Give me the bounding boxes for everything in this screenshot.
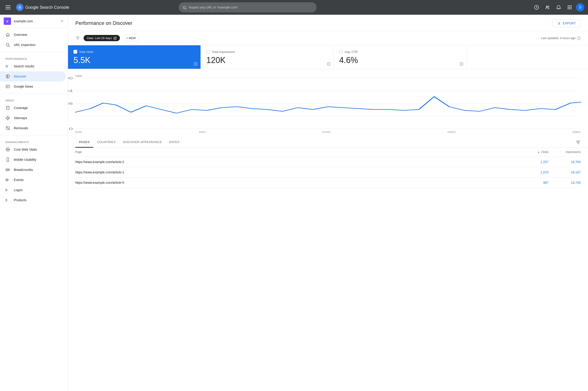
page-header: Performance on Discover EXPORT (68, 15, 588, 31)
sidebar-item-core-web-vitals[interactable]: Core Web Vitals (0, 144, 66, 155)
news-icon (5, 84, 10, 89)
sidebar-item-url-inspection[interactable]: URL inspection (0, 40, 66, 50)
apps-button[interactable] (565, 3, 574, 12)
performance-section-label: Performance (0, 54, 68, 61)
date-filter-label: Date: Last 28 days (87, 36, 112, 40)
table-row[interactable]: https://www.example.com/article-2 1,257 … (75, 157, 581, 167)
svg-rect-16 (571, 8, 572, 9)
metric-card-avg-ctr[interactable]: Avg. CTR 4.6% ? (334, 45, 466, 69)
svg-line-36 (6, 126, 9, 129)
sidebar-item-coverage[interactable]: Coverage (0, 103, 66, 113)
sidebar-item-sitemaps-label: Sitemaps (14, 116, 27, 120)
vitals-icon (5, 147, 10, 152)
chart-y-label: Clicks (75, 75, 581, 77)
svg-rect-8 (568, 5, 569, 6)
metric-label-ctr: Avg. CTR (345, 50, 358, 54)
cell-impressions-1: 18,763 (548, 160, 581, 164)
tab-dates[interactable]: DATES (166, 137, 183, 148)
last-updated: Last updated: 4 hours ago ? (541, 36, 581, 40)
svg-line-3 (185, 8, 186, 9)
sidebar-item-discover-label: Discover (14, 75, 26, 78)
cell-page-2: https://www.example.com/article-1 (75, 170, 516, 174)
help-button[interactable]: ? (532, 3, 541, 12)
sidebar-item-url-inspection-label: URL inspection (14, 43, 35, 47)
metric-help-clicks[interactable]: ? (194, 62, 198, 66)
search-input[interactable] (189, 5, 313, 9)
page-title: Performance on Discover (75, 20, 132, 26)
app-name: Google Search Console (25, 5, 69, 10)
last-updated-text: Last updated: 4 hours ago (541, 36, 576, 40)
new-filter-button[interactable]: + NEW (123, 35, 139, 41)
search-icon (182, 5, 187, 10)
sidebar-item-events[interactable]: Events (0, 175, 66, 185)
export-button[interactable]: EXPORT (552, 19, 581, 27)
breadcrumbs-icon (5, 167, 10, 172)
sidebar-item-discover[interactable]: Discover (0, 71, 66, 82)
svg-rect-9 (569, 5, 570, 6)
sidebar-item-breadcrumbs[interactable]: Breadcrumbs (0, 165, 66, 175)
sidebar-item-search-results[interactable]: G Search results (0, 61, 66, 71)
col-impressions-header: Impressions (548, 150, 581, 154)
people-button[interactable] (543, 3, 552, 12)
metric-checkbox-ctr (339, 50, 343, 54)
metric-card-total-impressions[interactable]: Total impressions 120K ? (201, 45, 333, 69)
url-search-bar[interactable] (179, 2, 317, 12)
metric-card-total-clicks[interactable]: Total clicks 5.5K ? (68, 45, 201, 69)
sidebar-item-logos-label: Logos (14, 188, 22, 192)
metric-help-ctr[interactable]: ? (459, 62, 463, 66)
sidebar-item-overview[interactable]: Overview (0, 30, 66, 40)
tab-countries[interactable]: COUNTRIES (93, 137, 119, 148)
svg-text:166: 166 (68, 102, 73, 105)
sitemaps-icon (5, 116, 10, 120)
tab-pages[interactable]: PAGES (75, 137, 93, 148)
chart-x-label-2: 2/6/21 (199, 131, 206, 133)
sort-down-icon (537, 150, 540, 154)
svg-rect-30 (8, 117, 10, 118)
export-label: EXPORT (563, 21, 576, 25)
table-row[interactable]: https://www.example.com/article-1 1,070 … (75, 167, 581, 178)
sidebar-item-core-web-vitals-label: Core Web Vitals (14, 148, 37, 151)
index-section-label: Index (0, 96, 68, 103)
sidebar-item-sitemaps[interactable]: Sitemaps (0, 113, 66, 123)
metrics-row: Total clicks 5.5K ? Total impressions 12… (68, 45, 588, 69)
sidebar-item-products[interactable]: Products (0, 195, 66, 205)
table-row[interactable]: https://www.example.com/article-5 987 13… (75, 178, 581, 188)
col-clicks-header: Clicks (516, 150, 548, 154)
sidebar-item-google-news[interactable]: Google News (0, 82, 66, 92)
notifications-button[interactable] (554, 3, 563, 12)
sidebar-item-logos[interactable]: Logos (0, 185, 66, 195)
logos-icon (5, 188, 10, 192)
svg-text:500: 500 (68, 76, 73, 80)
metric-help-impressions[interactable]: ? (327, 62, 331, 66)
menu-button[interactable] (4, 4, 12, 11)
table-header: Page Clicks Impressions (75, 148, 581, 157)
last-updated-help-icon[interactable]: ? (577, 36, 581, 40)
tab-discover-appearance[interactable]: DISCOVER APPEARANCE (119, 137, 165, 148)
user-avatar[interactable]: S (576, 3, 584, 11)
cell-clicks-2: 1,070 (516, 170, 548, 174)
property-selector[interactable]: e example.com (0, 15, 68, 28)
sidebar-item-removals[interactable]: Removals (0, 123, 66, 133)
chart-x-label-3: 2/14/21 (323, 131, 331, 133)
svg-text:?: ? (536, 6, 537, 9)
svg-line-34 (8, 119, 9, 119)
svg-rect-15 (569, 8, 570, 9)
sidebar-item-products-label: Products (14, 198, 26, 202)
metric-label-impressions: Total impressions (212, 50, 235, 54)
events-icon (5, 178, 10, 182)
date-filter-chip[interactable]: Date: Last 28 days (84, 35, 120, 41)
sidebar-item-mobile-usability[interactable]: Mobile Usability (0, 155, 66, 165)
discover-icon (5, 74, 10, 79)
svg-rect-10 (571, 5, 572, 6)
svg-point-6 (546, 6, 548, 7)
tab-filter-icon[interactable] (576, 140, 581, 145)
sidebar-item-mobile-usability-label: Mobile Usability (14, 158, 36, 161)
cell-page-1: https://www.example.com/article-2 (75, 160, 516, 164)
coverage-icon (5, 105, 10, 110)
svg-marker-45 (6, 189, 7, 191)
google-g-icon: G (5, 64, 10, 69)
svg-rect-28 (7, 116, 8, 117)
svg-rect-13 (571, 7, 572, 8)
sidebar: e example.com Overview URL inspection (0, 15, 68, 391)
table-container: Page Clicks Impressions https://www.exam… (68, 148, 588, 188)
